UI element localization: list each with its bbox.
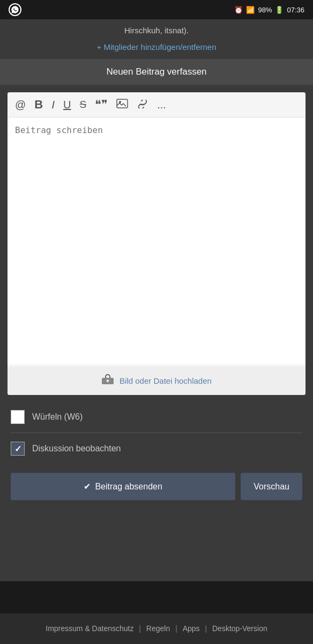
status-bar-right: ⏰ 📶 98% 🔋 07:36 <box>234 6 304 14</box>
footer-divider-2: | <box>175 624 180 633</box>
battery-percent: 98% <box>258 6 272 14</box>
quote-button[interactable]: ❝❞ <box>95 98 108 112</box>
status-bar: ⏰ 📶 98% 🔋 07:36 <box>0 0 313 19</box>
checkmark-icon: ✔ <box>84 481 91 492</box>
action-buttons: ✔ Beitrag absenden Vorschau <box>0 465 313 508</box>
image-button[interactable] <box>116 99 128 111</box>
whatsapp-icon <box>9 3 21 16</box>
italic-button[interactable]: I <box>51 98 55 111</box>
link-button[interactable] <box>137 99 148 111</box>
battery-icon: 🔋 <box>275 6 284 14</box>
dice-checkbox[interactable] <box>11 410 25 424</box>
strikethrough-button[interactable]: S <box>80 99 87 111</box>
main-content: Hirschkuh, itsnat). + Mitglieder hinzufü… <box>0 19 313 581</box>
bold-button[interactable]: B <box>34 98 43 112</box>
time: 07:36 <box>287 6 304 14</box>
upload-row[interactable]: Bild oder Datei hochladen <box>8 367 305 395</box>
mention-button[interactable]: @ <box>15 99 26 111</box>
more-button[interactable]: ... <box>157 99 166 111</box>
upload-label: Bild oder Datei hochladen <box>120 376 212 385</box>
dice-label: Würfeln (W6) <box>32 412 83 422</box>
checkbox-area: Würfeln (W6) Diskussion beobachten <box>0 400 313 465</box>
upload-icon <box>101 374 114 387</box>
bottom-bar <box>0 581 313 613</box>
add-members-link[interactable]: + Mitglieder hinzufügen/entfernen <box>0 39 313 59</box>
dice-checkbox-row: Würfeln (W6) <box>11 404 302 430</box>
submit-button[interactable]: ✔ Beitrag absenden <box>11 473 235 500</box>
wifi-icon: 📶 <box>246 6 255 14</box>
footer-divider-1: | <box>139 624 143 633</box>
footer-regeln[interactable]: Regeln <box>146 624 170 633</box>
watch-checkbox-row: Diskussion beobachten <box>11 435 302 462</box>
footer-impressum[interactable]: Impressum & Datenschutz <box>46 624 133 633</box>
footer-desktop[interactable]: Desktop-Version <box>212 624 267 633</box>
top-text: Hirschkuh, itsnat). <box>0 19 313 39</box>
new-post-button[interactable]: Neuen Beitrag verfassen <box>0 59 313 85</box>
footer-divider-3: | <box>205 624 209 633</box>
footer-links: Impressum & Datenschutz | Regeln | Apps … <box>11 622 302 635</box>
underline-button[interactable]: U <box>63 99 71 111</box>
watch-checkbox[interactable] <box>11 442 25 456</box>
editor-container: @ B I U S ❝❞ ... <box>8 92 305 395</box>
checkbox-divider <box>11 433 302 433</box>
submit-label: Beitrag absenden <box>95 482 162 492</box>
status-bar-left <box>9 3 21 16</box>
preview-button[interactable]: Vorschau <box>241 473 302 500</box>
alarm-icon: ⏰ <box>234 6 243 14</box>
post-textarea[interactable] <box>8 118 305 364</box>
editor-toolbar: @ B I U S ❝❞ ... <box>8 92 305 118</box>
watch-label: Diskussion beobachten <box>32 444 121 453</box>
footer: Impressum & Datenschutz | Regeln | Apps … <box>0 613 313 644</box>
footer-apps[interactable]: Apps <box>183 624 200 633</box>
